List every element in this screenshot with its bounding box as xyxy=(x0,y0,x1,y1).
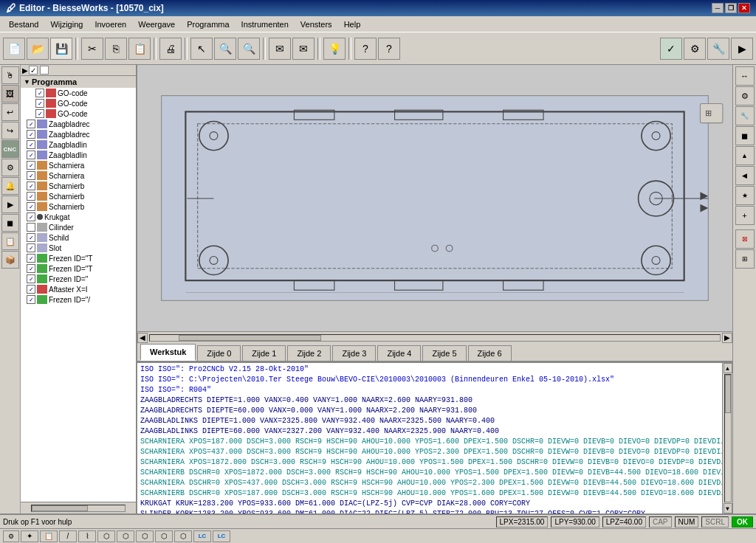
left-tool-3[interactable]: ↩ xyxy=(1,103,19,121)
left-tool-8[interactable]: ◼ xyxy=(1,214,19,232)
new-button[interactable]: 📄 xyxy=(3,38,25,60)
tab-zijde1[interactable]: Zijde 1 xyxy=(242,345,286,361)
tab-zijde6[interactable]: Zijde 6 xyxy=(468,345,512,361)
tree-checkbox-19[interactable]: ✓ xyxy=(27,285,35,294)
code-vscroll-thumb[interactable] xyxy=(725,375,731,413)
tab-zijde3[interactable]: Zijde 3 xyxy=(332,345,376,361)
tab-zijde5[interactable]: Zijde 5 xyxy=(422,345,466,361)
help2-button[interactable]: ? xyxy=(378,38,400,60)
menu-bestand[interactable]: Bestand xyxy=(3,18,44,30)
left-tool-7[interactable]: ▶ xyxy=(1,196,19,213)
left-tool-10[interactable]: 📦 xyxy=(1,251,19,269)
menu-instrumenten[interactable]: Instrumenten xyxy=(236,18,295,30)
code-vscroll-down[interactable]: ▼ xyxy=(724,503,732,513)
tree-checkbox-9[interactable]: ✓ xyxy=(27,181,35,190)
left-tool-cnc[interactable]: CNC xyxy=(1,140,19,158)
bot-btn-8[interactable]: ⬡ xyxy=(136,530,154,542)
tree-item-8[interactable]: ✓ Scharniera xyxy=(21,170,136,181)
tree-checkbox-6[interactable]: ✓ xyxy=(27,151,35,159)
hscroll-left[interactable]: ◀ xyxy=(137,333,148,343)
tree-item-1[interactable]: ✓ GO-code xyxy=(21,98,136,108)
zoom-out-button[interactable]: 🔍 xyxy=(238,38,260,60)
tree-item-3[interactable]: ✓ Zaagbladrec xyxy=(21,119,136,129)
tree-checkbox-5[interactable]: ✓ xyxy=(27,140,35,149)
tree-item-10[interactable]: ✓ Scharnierb xyxy=(21,191,136,201)
tree-checkbox-20[interactable]: ✓ xyxy=(27,295,35,304)
save-button[interactable]: 💾 xyxy=(50,38,72,60)
bot-btn-1[interactable]: ⚙ xyxy=(3,530,19,542)
tree-item-12[interactable]: ✓ Krukgat xyxy=(21,212,136,222)
rt-btn-5[interactable]: ▲ xyxy=(735,146,755,165)
left-tool-5[interactable]: ⚙ xyxy=(1,159,19,176)
left-tool-4[interactable]: ↪ xyxy=(1,122,19,139)
tree-checkbox-8[interactable]: ✓ xyxy=(27,171,35,180)
help-button[interactable]: ? xyxy=(354,38,377,60)
print-button[interactable]: 🖨 xyxy=(159,38,182,60)
tab-zijde2[interactable]: Zijde 2 xyxy=(287,345,331,361)
settings-button[interactable]: ⚙ xyxy=(684,38,706,60)
rt-btn-7[interactable]: ★ xyxy=(735,186,755,205)
rt-btn-2[interactable]: ⚙ xyxy=(735,86,755,106)
tree-item-16[interactable]: ✓ Frezen ID="T xyxy=(21,253,136,263)
left-tool-6[interactable]: 🔔 xyxy=(1,177,19,195)
tree-item-9[interactable]: ✓ Scharnierb xyxy=(21,181,136,191)
menu-wijziging[interactable]: Wijziging xyxy=(44,18,89,30)
menu-vensters[interactable]: Vensters xyxy=(295,18,338,30)
copy-button[interactable]: ⎘ xyxy=(105,38,127,60)
bot-btn-11[interactable]: LC xyxy=(193,530,211,542)
tree-item-19[interactable]: ✓ Aftaster X=I xyxy=(21,284,136,294)
rt-btn-3[interactable]: 🔧 xyxy=(735,106,755,125)
tree-item-13[interactable]: Cilinder xyxy=(21,222,136,232)
tree-item-0[interactable]: ✓ GO-code xyxy=(21,88,136,98)
tree-checkbox-17[interactable]: ✓ xyxy=(27,264,35,273)
canvas-hscrollbar[interactable]: ◀ ▶ xyxy=(137,331,732,343)
hscroll-right[interactable]: ▶ xyxy=(722,333,732,343)
bot-btn-7[interactable]: ⬡ xyxy=(117,530,134,542)
left-tool-9[interactable]: 📋 xyxy=(1,232,19,250)
paste-button[interactable]: 📋 xyxy=(128,38,151,60)
tree-item-5[interactable]: ✓ Zaagbladlin xyxy=(21,139,136,150)
bot-btn-9[interactable]: ⬡ xyxy=(155,530,173,542)
select-button[interactable]: ↖ xyxy=(190,38,213,60)
code-vscroll-up[interactable]: ▲ xyxy=(724,363,732,373)
bot-btn-5[interactable]: ⌇ xyxy=(78,530,96,542)
rt-btn-4[interactable]: ◼ xyxy=(735,126,755,145)
mail-button[interactable]: ✉ xyxy=(269,38,291,60)
menu-help[interactable]: Help xyxy=(338,18,367,30)
bot-btn-12[interactable]: LC xyxy=(213,530,230,542)
menu-invoeren[interactable]: Invoeren xyxy=(89,18,132,30)
tool4-button[interactable]: ▶ xyxy=(731,38,753,60)
tree-item-18[interactable]: ✓ Frezen ID=" xyxy=(21,274,136,284)
tree-item-2[interactable]: ✓ GO-code xyxy=(21,108,136,119)
menu-weergave[interactable]: Weergave xyxy=(132,18,181,30)
tree-item-17[interactable]: ✓ Frezen ID="T xyxy=(21,263,136,274)
close-button[interactable]: ✕ xyxy=(738,3,750,13)
cut-button[interactable]: ✂ xyxy=(81,38,103,60)
hscroll-track[interactable] xyxy=(149,334,721,342)
rt-btn-9[interactable]: ⊠ xyxy=(735,229,755,249)
open-button[interactable]: 📂 xyxy=(27,38,49,60)
tree-hscroll-track[interactable] xyxy=(31,505,126,512)
tree-checkbox-0[interactable]: ✓ xyxy=(35,89,44,97)
tree-checkbox-1[interactable]: ✓ xyxy=(35,99,44,108)
tree-checkbox-14[interactable]: ✓ xyxy=(27,233,35,242)
tree-checkbox-10[interactable]: ✓ xyxy=(27,192,35,201)
rt-btn-10[interactable]: ⊞ xyxy=(735,249,755,269)
tree-checkbox-7[interactable]: ✓ xyxy=(27,161,35,170)
tree-checkbox-3[interactable]: ✓ xyxy=(27,120,35,128)
left-tool-1[interactable]: 🖱 xyxy=(1,66,19,84)
restore-button[interactable]: ❐ xyxy=(725,3,737,13)
zoom-in-button[interactable]: 🔍 xyxy=(214,38,236,60)
tree-checkbox-4[interactable]: ✓ xyxy=(27,130,35,139)
tree-checkbox-18[interactable]: ✓ xyxy=(27,274,35,283)
tree-item-15[interactable]: ✓ Slot xyxy=(21,243,136,253)
tree-checkbox-2[interactable]: ✓ xyxy=(35,109,44,118)
bot-btn-3[interactable]: 📋 xyxy=(40,530,58,542)
tab-zijde0[interactable]: Zijde 0 xyxy=(197,345,241,361)
rt-btn-6[interactable]: ◀ xyxy=(735,166,755,185)
code-vscroll-track[interactable] xyxy=(724,374,732,502)
tree-item-7[interactable]: ✓ Scharniera xyxy=(21,160,136,170)
tree-hscroll-thumb[interactable] xyxy=(32,505,88,511)
rt-btn-8[interactable]: + xyxy=(735,206,755,225)
verify-button[interactable]: ✓ xyxy=(660,38,682,60)
